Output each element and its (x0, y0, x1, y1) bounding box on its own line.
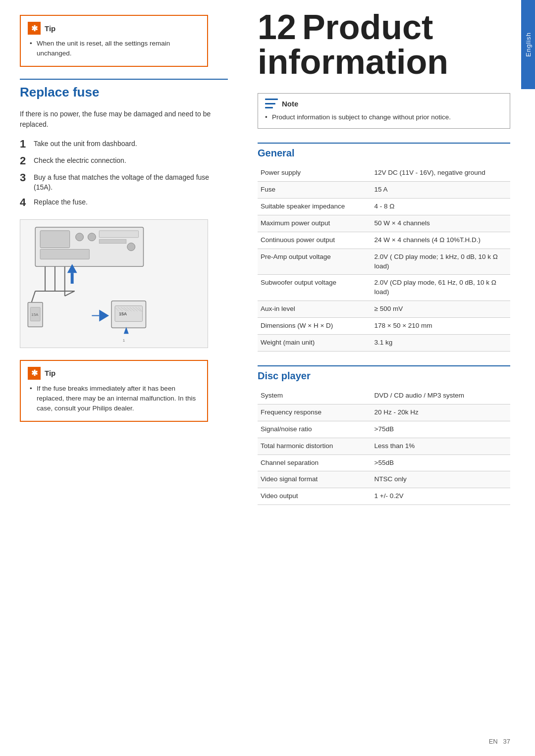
spec-value: 3.1 kg (372, 335, 511, 352)
step-number: 2 (20, 154, 34, 167)
svg-marker-19 (99, 309, 109, 321)
footer-en: EN (489, 738, 498, 745)
note-box: Note Product information is subject to c… (258, 93, 510, 129)
table-row: Maximum power output50 W × 4 channels (258, 215, 510, 232)
spec-value: NTSC only (372, 471, 511, 488)
table-row: Aux-in level≥ 500 mV (258, 301, 510, 318)
svg-point-6 (127, 243, 135, 251)
step-item: 1Take out the unit from dashboard. (20, 138, 228, 151)
spec-value: DVD / CD audio / MP3 system (372, 388, 511, 404)
svg-point-2 (76, 233, 84, 241)
tip-star-icon-2: ✱ (31, 368, 38, 378)
disc-player-title: Disc player (258, 365, 510, 382)
svg-rect-7 (40, 249, 89, 259)
spec-value: 1 +/- 0.2V (372, 488, 511, 505)
table-row: Frequency response20 Hz - 20k Hz (258, 404, 510, 421)
page-title-2: information (258, 45, 495, 79)
spec-label: Continuous power output (258, 232, 372, 249)
svg-rect-4 (99, 231, 138, 238)
spec-label: Video output (258, 488, 372, 505)
spec-value: 12V DC (11V - 16V), negative ground (372, 165, 511, 181)
svg-rect-1 (40, 231, 70, 248)
step-item: 3Buy a fuse that matches the voltage of … (20, 171, 228, 192)
step-item: 4Replace the fuse. (20, 196, 228, 209)
note-icon-line-3 (265, 107, 273, 108)
spec-value: >55dB (372, 454, 511, 471)
spec-value: 2.0V ( CD play mode; 1 kHz, 0 dB, 10 k Ω… (372, 249, 511, 275)
table-row: Suitable speaker impedance4 - 8 Ω (258, 199, 510, 215)
tip-icon-2: ✱ (28, 367, 41, 380)
table-row: Channel separation>55dB (258, 454, 510, 471)
spec-label: Channel separation (258, 454, 372, 471)
general-title: General (258, 143, 510, 159)
fuse-diagram: 15A 15A 1 (20, 219, 208, 348)
tip-label-1: Tip (45, 24, 55, 33)
spec-value: 24 W × 4 channels (4 Ω 10%T.H.D.) (372, 232, 511, 249)
step-text: Buy a fuse that matches the voltage of t… (34, 171, 228, 192)
spec-value: ≥ 500 mV (372, 301, 511, 318)
spec-label: Subwoofer output voltage (258, 275, 372, 301)
disc-player-table: SystemDVD / CD audio / MP3 systemFrequen… (258, 388, 510, 505)
table-row: Continuous power output24 W × 4 channels… (258, 232, 510, 249)
title-line-2: information (258, 45, 495, 79)
right-column: 12 Product information Note Product info… (243, 0, 535, 756)
spec-label: Video signal format (258, 471, 372, 488)
table-row: Video signal formatNTSC only (258, 471, 510, 488)
tip-box-2: ✱ Tip If the fuse breaks immediately aft… (20, 360, 208, 422)
table-row: Subwoofer output voltage2.0V (CD play mo… (258, 275, 510, 301)
note-icon-line-2 (265, 103, 275, 104)
spec-label: Fuse (258, 182, 372, 199)
spec-value: Less than 1% (372, 438, 511, 454)
steps-list: 1Take out the unit from dashboard.2Check… (20, 138, 228, 209)
replace-fuse-intro: If there is no power, the fuse may be da… (20, 109, 228, 130)
table-row: SystemDVD / CD audio / MP3 system (258, 388, 510, 404)
left-column: ✱ Tip When the unit is reset, all the se… (0, 0, 243, 756)
spec-value: 15 A (372, 182, 511, 199)
svg-rect-9 (71, 273, 74, 284)
step-text: Take out the unit from dashboard. (34, 138, 137, 149)
page-footer: EN 37 (489, 738, 510, 745)
step-text: Replace the fuse. (34, 196, 88, 207)
table-row: Video output1 +/- 0.2V (258, 488, 510, 505)
note-header: Note (265, 99, 503, 108)
spec-value: 50 W × 4 channels (372, 215, 511, 232)
general-table: Power supply12V DC (11V - 16V), negative… (258, 165, 510, 352)
spec-label: Weight (main unit) (258, 335, 372, 352)
spec-label: Pre-Amp output voltage (258, 249, 372, 275)
note-item: Product information is subject to change… (265, 112, 503, 122)
note-icon-line-1 (265, 99, 278, 100)
spec-label: Maximum power output (258, 215, 372, 232)
table-row: Power supply12V DC (11V - 16V), negative… (258, 165, 510, 181)
step-text: Check the electric connection. (34, 154, 126, 166)
spec-label: Dimensions (W × H × D) (258, 318, 372, 335)
step-number: 1 (20, 138, 34, 151)
spec-value: 2.0V (CD play mode, 61 Hz, 0 dB, 10 k Ω … (372, 275, 511, 301)
step-number: 3 (20, 171, 34, 184)
side-tab: English (521, 0, 535, 89)
spec-value: 4 - 8 Ω (372, 199, 511, 215)
side-tab-text: English (525, 32, 532, 57)
spec-value: 20 Hz - 20k Hz (372, 404, 511, 421)
svg-line-15 (65, 291, 75, 296)
tip-icon-1: ✱ (28, 22, 41, 35)
tip-header-2: ✱ Tip (28, 367, 200, 380)
tip-label-2: Tip (45, 369, 55, 377)
replace-fuse-section: Replace fuse If there is no power, the f… (20, 79, 228, 348)
table-row: Dimensions (W × H × D)178 × 50 × 210 mm (258, 318, 510, 335)
tip-star-icon: ✱ (31, 24, 38, 33)
spec-label: Signal/noise ratio (258, 421, 372, 438)
replace-fuse-title: Replace fuse (20, 79, 228, 100)
spec-label: Frequency response (258, 404, 372, 421)
svg-text:1: 1 (123, 338, 125, 343)
page-title-1: Product (302, 10, 433, 45)
note-icon (265, 99, 278, 108)
spec-label: System (258, 388, 372, 404)
spec-label: Suitable speaker impedance (258, 199, 372, 215)
title-line-1: 12 Product (258, 10, 495, 45)
svg-text:15A: 15A (119, 311, 127, 316)
tip-box-1: ✱ Tip When the unit is reset, all the se… (20, 15, 208, 67)
table-row: Weight (main unit)3.1 kg (258, 335, 510, 352)
svg-point-3 (88, 233, 96, 241)
spec-label: Aux-in level (258, 301, 372, 318)
spec-value: 178 × 50 × 210 mm (372, 318, 511, 335)
